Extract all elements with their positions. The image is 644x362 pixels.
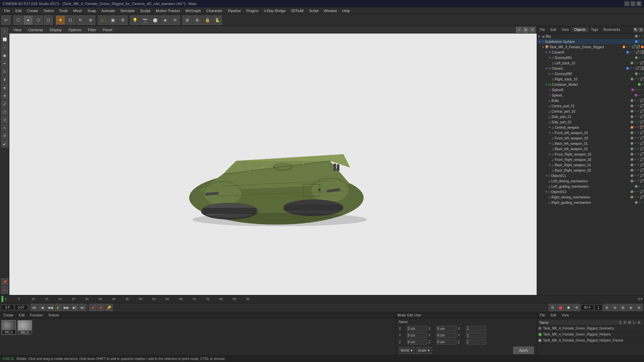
tree-item-front-right-weapon-02[interactable]: △ Front_Right_weapon_02 ✓ ✓ <box>537 157 644 162</box>
attr-y-rot-input[interactable] <box>436 333 457 338</box>
attr-y-pos-input[interactable] <box>407 333 427 338</box>
menu-window[interactable]: Window <box>321 8 339 13</box>
menu-simulate[interactable]: Simulate <box>118 8 138 13</box>
menu-mograph[interactable]: MoGraph <box>183 8 204 13</box>
timeline-extra2[interactable]: ⊛ <box>611 304 619 311</box>
pp-tab-edit[interactable]: Edit <box>548 313 559 318</box>
tree-item-right-driving[interactable]: △ Right_driving_mechanism ✓ ✓ <box>537 194 644 200</box>
vp-tab-panel[interactable]: Panel <box>100 27 115 33</box>
props-item-2[interactable]: Tank_MK_4_Female_Green_Rigged_Helpers <box>538 331 643 338</box>
viewport[interactable] <box>9 34 537 295</box>
menu-edit[interactable]: Edit <box>13 8 24 13</box>
end-frame-input[interactable] <box>581 305 594 310</box>
menu-sculpt[interactable]: Sculpt <box>138 8 153 13</box>
material-swatch-1[interactable]: MK_4 <box>1 320 16 335</box>
rp-tab-tags[interactable]: Tags <box>588 27 601 32</box>
tree-item-tank[interactable]: ▼ 📦 Tank_MK_4_Female_Green_Rigged ✓ ✓ <box>537 44 644 50</box>
attr-scale-mode[interactable]: Scale ▼ <box>416 347 432 354</box>
menu-mesh[interactable]: Mesh <box>70 8 85 13</box>
current-time-input[interactable] <box>15 305 28 310</box>
tree-item-cloner-r[interactable]: ▼ ⊛ ClonerR ✓ ✓ <box>537 50 644 55</box>
menu-script[interactable]: Script <box>306 8 321 13</box>
menu-plugins[interactable]: Plugins <box>244 8 261 13</box>
tree-item-front-left-weapon-01[interactable]: ▼ △ Front_left_weapon_01 ✓ ✓ <box>537 130 644 135</box>
snap-button[interactable]: 🔒 <box>203 15 212 25</box>
tree-item-right-guiding[interactable]: △ Right_guiding_mechanism ✓ ✓ <box>537 200 644 205</box>
apply-button[interactable]: Apply <box>513 347 534 354</box>
vp-tab-filter[interactable]: Filter <box>85 27 99 33</box>
edge-mode-button[interactable]: ⬡ <box>34 15 43 25</box>
play-forward-button[interactable]: ▶▶ <box>63 304 70 311</box>
timeline-ruler[interactable]: 0 5 10 15 20 25 30 35 40 45 50 55 <box>5 297 638 301</box>
menu-help[interactable]: Help <box>339 8 353 13</box>
tree-item-central-weapon[interactable]: ▼ △ Central_weapon ✓ ✓ <box>537 125 644 130</box>
tree-item-back-right-weapon-02[interactable]: △ Back_Right_weapon_02 ✓ ✓ <box>537 168 644 173</box>
extrude-lt-button[interactable]: ⬆ <box>1 76 8 83</box>
render-button[interactable]: ▷ <box>98 15 107 25</box>
light-button[interactable]: 💡 <box>130 15 140 25</box>
menu-character[interactable]: Character <box>204 8 225 13</box>
generator-button[interactable]: ⟳ <box>170 15 180 25</box>
pp-tab-view[interactable]: View <box>559 313 572 318</box>
scale-tool-button[interactable]: ⟨⟩ <box>66 15 75 25</box>
rp-tab-objects[interactable]: Objects <box>572 27 588 32</box>
stop-render-button[interactable]: ⏹ <box>565 304 572 311</box>
om-settings-button[interactable]: ⚙ <box>639 27 643 32</box>
tree-item-left-track[interactable]: △ Left_track_10 ✓ ✓ <box>537 60 644 66</box>
menu-3dtoall[interactable]: 3DToAll <box>288 8 306 13</box>
knife-lt-button[interactable]: ⚔ <box>1 68 8 75</box>
wrap-lt-button[interactable]: ⟳ <box>1 132 8 139</box>
python-button[interactable]: 🐍 <box>213 15 222 25</box>
timeline-extra3[interactable]: ⊞ <box>619 304 627 311</box>
tree-item-cloner-l[interactable]: ▼ ⊛ ClonerL ✓ ✓ <box>537 66 644 71</box>
om-search-button[interactable]: 🔍 <box>633 27 638 32</box>
menu-select[interactable]: Select <box>41 8 57 13</box>
tree-item-dummy091[interactable]: ▼ ◇ Dummy091 ✓ ✓ <box>537 55 644 60</box>
rp-tab-file[interactable]: File <box>537 27 548 32</box>
vp-tab-view[interactable]: View <box>11 27 24 33</box>
timeline-extra5[interactable]: ⊕ <box>635 304 643 311</box>
attr-x-rot-input[interactable] <box>436 326 457 331</box>
props-item-1[interactable]: Tank_MK_4_Female_Green_Rigged_Geometry <box>538 325 643 331</box>
material-swatch-2[interactable]: MK_4 <box>17 320 32 335</box>
rotate-tool-button[interactable]: ↻ <box>76 15 85 25</box>
menu-file[interactable]: File <box>1 8 13 13</box>
deformer-button[interactable]: ◈ <box>160 15 170 25</box>
select-lt-button[interactable]: ⬜ <box>1 36 8 43</box>
tree-item-front-left-weapon-02[interactable]: △ Front_left_weapon_02 ✓ ✓ <box>537 135 644 141</box>
prev-frame-button[interactable]: ◀ <box>39 304 46 311</box>
timeline-play-indicator[interactable] <box>1 296 3 302</box>
timeline-settings[interactable]: ⚙ <box>549 304 556 311</box>
grid-button[interactable]: ⊞ <box>182 15 192 25</box>
tree-item-spline-l[interactable]: ∿ SplineL ✓ ⋯ <box>537 93 644 98</box>
loop-lt-button[interactable]: ⊕ <box>1 92 8 99</box>
object-mode-button[interactable]: ⬡ <box>13 15 23 25</box>
axis-button[interactable]: ⊕ <box>193 15 202 25</box>
vp-tab-cameras[interactable]: Cameras <box>25 27 46 33</box>
tree-item-central-part-02[interactable]: △ Central_part_02 ✓ ✓ <box>537 109 644 114</box>
rp-tab-edit[interactable]: Edit <box>548 27 559 32</box>
tree-item-spline-r[interactable]: ∿ SplineR ✓ ⋯ ⋯ <box>537 87 644 93</box>
vp-tab-display[interactable]: Display <box>47 27 64 33</box>
tree-item-back-left-weapon-01[interactable]: ▼ △ Back_left_weapon_01 ✓ ✓ <box>537 141 644 146</box>
iron-lt-button[interactable]: ◻ <box>1 108 8 115</box>
polygon-mode-button[interactable]: ◻ <box>44 15 53 25</box>
timeline-extra1[interactable]: ⊕ <box>603 304 610 311</box>
keyframe-button[interactable]: 🔑 <box>105 304 113 311</box>
record-button[interactable]: ⏺ <box>89 304 97 311</box>
attr-y-scale-input[interactable] <box>466 333 486 338</box>
bp-tab-create[interactable]: Create <box>1 313 15 318</box>
goto-end-button[interactable]: ⏭ <box>79 304 86 311</box>
tree-item-front-right-weapon-01[interactable]: ▼ △ Front_Right_weapon_01 ✓ ✓ <box>537 152 644 157</box>
camera-button[interactable]: 📷 <box>140 15 150 25</box>
render-timeline-button[interactable]: ⬤ <box>557 304 564 311</box>
lasso-lt-button[interactable]: ○ <box>1 44 8 51</box>
attr-x-scale-input[interactable] <box>466 326 486 331</box>
rp-tab-view[interactable]: View <box>559 27 572 32</box>
tree-item-left-guiding[interactable]: △ Left_guiding_mechanism ✓ ✓ <box>537 184 644 189</box>
pp-tab-file[interactable]: File <box>537 313 548 318</box>
tree-item-central-part-01[interactable]: △ Centra_part_01 ✓ ✓ <box>537 103 644 109</box>
poly-pen-lt-button[interactable]: 🖊 <box>1 100 8 107</box>
brush-lt-button[interactable]: 🖌 <box>1 140 8 147</box>
attr-z-rot-input[interactable] <box>436 339 457 345</box>
